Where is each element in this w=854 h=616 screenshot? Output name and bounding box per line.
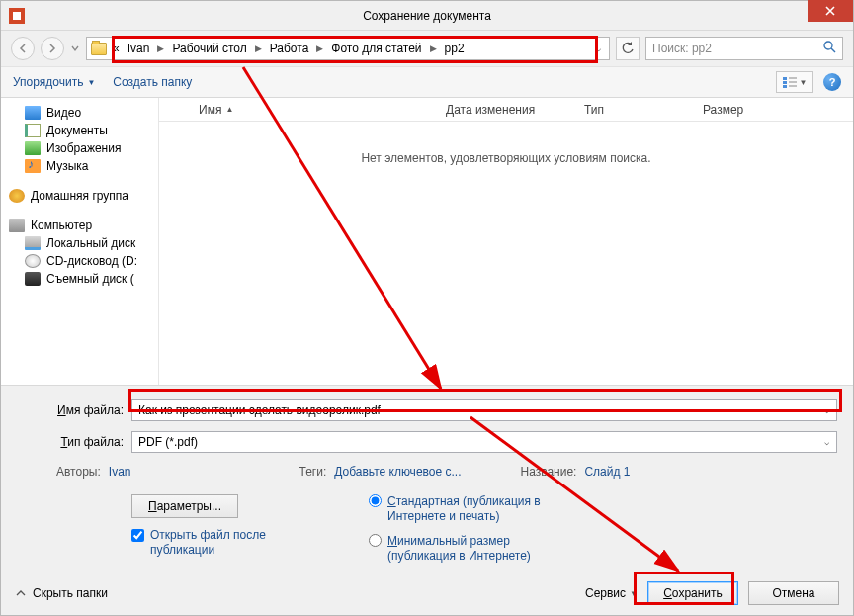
help-button[interactable]: ? bbox=[823, 73, 841, 91]
svg-rect-3 bbox=[783, 81, 787, 84]
sort-asc-icon: ▲ bbox=[225, 105, 233, 114]
title-value[interactable]: Слайд 1 bbox=[584, 465, 630, 479]
search-icon bbox=[823, 41, 836, 56]
chevron-down-icon: ▼ bbox=[800, 78, 808, 87]
close-icon bbox=[825, 6, 835, 16]
drive-icon bbox=[25, 236, 41, 250]
column-headers: Имя▲ Дата изменения Тип Размер bbox=[159, 98, 853, 122]
organize-menu[interactable]: Упорядочить ▼ bbox=[13, 75, 95, 89]
breadcrumb-item[interactable]: Ivan bbox=[126, 42, 152, 55]
service-menu[interactable]: Сервис ▼ bbox=[585, 586, 638, 600]
svg-rect-4 bbox=[783, 85, 787, 88]
cd-icon bbox=[25, 254, 41, 268]
tags-value[interactable]: Добавьте ключевое с... bbox=[334, 465, 461, 479]
column-size[interactable]: Размер bbox=[693, 103, 853, 117]
save-button[interactable]: Сохранить bbox=[647, 581, 738, 605]
empty-message: Нет элементов, удовлетворяющих условиям … bbox=[159, 122, 853, 195]
sidebar-item-homegroup[interactable]: Домашняя группа bbox=[1, 187, 158, 205]
chevron-right-icon: ▶ bbox=[428, 44, 439, 53]
sidebar-item-video[interactable]: Видео bbox=[1, 104, 158, 122]
chevron-right-icon: ▶ bbox=[253, 44, 264, 53]
tags-label: Теги: bbox=[299, 465, 326, 479]
sidebar-item-documents[interactable]: Документы bbox=[1, 122, 158, 139]
chevron-down-icon[interactable]: ⌵ bbox=[818, 434, 834, 450]
view-mode-button[interactable]: ▼ bbox=[776, 71, 813, 93]
minimum-radio-input[interactable] bbox=[369, 534, 382, 547]
breadcrumb-item[interactable]: Работа bbox=[268, 42, 311, 55]
breadcrumb-item[interactable]: Фото для статей bbox=[329, 42, 423, 55]
parameters-button[interactable]: Параметры... bbox=[131, 494, 238, 518]
arrow-left-icon bbox=[18, 44, 28, 53]
address-dropdown[interactable]: ⌵ bbox=[592, 44, 605, 53]
chevron-down-icon: ▼ bbox=[630, 589, 638, 598]
authors-value[interactable]: Ivan bbox=[109, 465, 131, 479]
sidebar: Видео Документы Изображения Музыка Домаш… bbox=[1, 98, 159, 385]
svg-point-0 bbox=[824, 42, 832, 49]
document-icon bbox=[25, 124, 41, 137]
cancel-button[interactable]: Отмена bbox=[748, 581, 839, 605]
svg-line-1 bbox=[831, 48, 835, 52]
breadcrumb-item[interactable]: pp2 bbox=[443, 42, 467, 55]
filename-label: Имя файла: bbox=[17, 403, 124, 417]
chevron-right-icon: ▶ bbox=[155, 44, 166, 53]
open-after-checkbox[interactable]: Открыть файл после публикации bbox=[131, 528, 309, 558]
forward-button[interactable] bbox=[41, 37, 64, 60]
column-date[interactable]: Дата изменения bbox=[436, 103, 574, 117]
chevron-down-icon[interactable]: ⌵ bbox=[818, 402, 834, 418]
open-after-input[interactable] bbox=[131, 529, 144, 542]
sidebar-item-cddrive[interactable]: CD-дисковод (D: bbox=[1, 252, 158, 270]
hide-folders-button[interactable]: Скрыть папки bbox=[15, 586, 108, 600]
folder-icon bbox=[91, 43, 107, 55]
sidebar-item-removable[interactable]: Съемный диск ( bbox=[1, 270, 158, 288]
chevron-up-icon bbox=[15, 587, 27, 599]
address-bar[interactable]: « Ivan▶ Рабочий стол▶ Работа▶ Фото для с… bbox=[86, 37, 610, 60]
filename-input[interactable]: Как из презентации сделать видеоролик.pd… bbox=[131, 399, 837, 421]
chevron-down-icon[interactable] bbox=[70, 44, 80, 53]
homegroup-icon bbox=[9, 189, 25, 203]
usb-icon bbox=[25, 272, 41, 286]
new-folder-button[interactable]: Создать папку bbox=[113, 75, 192, 89]
sidebar-item-music[interactable]: Музыка bbox=[1, 157, 158, 175]
optimization-standard-radio[interactable]: Стандартная (публикация в Интернете и пе… bbox=[369, 494, 566, 524]
search-placeholder: Поиск: pp2 bbox=[652, 42, 712, 55]
sidebar-item-computer[interactable]: Компьютер bbox=[1, 217, 158, 234]
chevron-right-icon: ▶ bbox=[314, 44, 325, 53]
authors-label: Авторы: bbox=[56, 465, 101, 479]
computer-icon bbox=[9, 219, 25, 232]
refresh-icon bbox=[621, 42, 635, 55]
filetype-select[interactable]: PDF (*.pdf) ⌵ bbox=[131, 431, 837, 453]
sidebar-item-localdisk[interactable]: Локальный диск bbox=[1, 234, 158, 252]
title-label: Название: bbox=[520, 465, 576, 479]
view-icon bbox=[783, 76, 797, 88]
filetype-label: Тип файла: bbox=[17, 435, 124, 449]
video-icon bbox=[25, 106, 41, 120]
optimization-minimum-radio[interactable]: Минимальный размер (публикация в Интерне… bbox=[369, 534, 566, 564]
svg-rect-2 bbox=[783, 77, 787, 80]
sidebar-item-images[interactable]: Изображения bbox=[1, 139, 158, 157]
breadcrumb-item[interactable]: Рабочий стол bbox=[170, 42, 248, 55]
standard-radio-input[interactable] bbox=[369, 494, 382, 507]
music-icon bbox=[25, 159, 41, 173]
app-icon bbox=[9, 8, 25, 24]
chevron-down-icon: ▼ bbox=[87, 78, 95, 87]
column-name[interactable]: Имя▲ bbox=[159, 103, 436, 117]
back-button[interactable] bbox=[11, 37, 35, 60]
arrow-right-icon bbox=[47, 44, 57, 53]
image-icon bbox=[25, 141, 41, 155]
close-button[interactable] bbox=[808, 0, 853, 22]
column-type[interactable]: Тип bbox=[574, 103, 693, 117]
window-title: Сохранение документа bbox=[1, 9, 853, 23]
search-input[interactable]: Поиск: pp2 bbox=[645, 37, 843, 60]
refresh-button[interactable] bbox=[616, 37, 640, 60]
breadcrumb-prefix: « bbox=[111, 42, 122, 55]
